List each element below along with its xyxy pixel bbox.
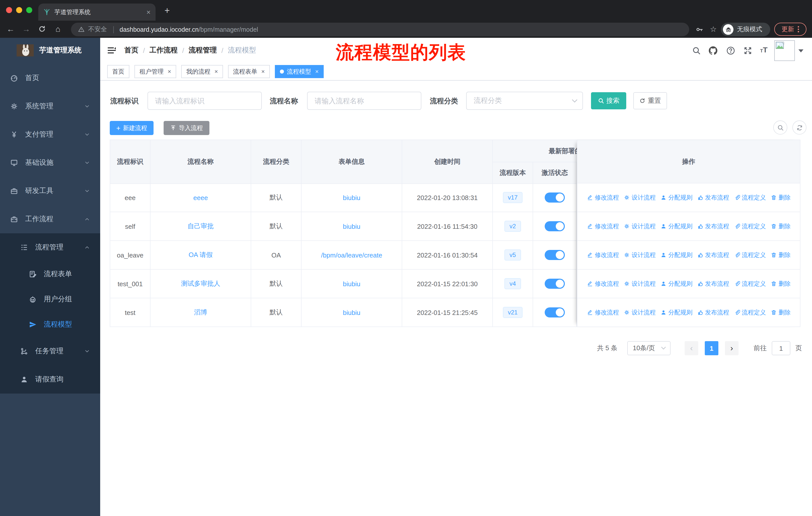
action-设计流程[interactable]: 设计流程 xyxy=(624,279,656,288)
sidebar-item-系统管理[interactable]: 系统管理 xyxy=(0,92,100,120)
browser-tab[interactable]: 芋道管理系统 × xyxy=(38,3,155,21)
avatar-caret-icon[interactable] xyxy=(799,49,804,52)
action-流程定义[interactable]: 流程定义 xyxy=(734,251,766,259)
key-icon[interactable] xyxy=(693,23,706,33)
action-删除[interactable]: 删除 xyxy=(771,308,791,317)
status-toggle[interactable] xyxy=(545,221,565,231)
action-设计流程[interactable]: 设计流程 xyxy=(624,251,656,259)
sidebar-item-用户分组[interactable]: 用户分组 xyxy=(0,287,100,312)
name-link[interactable]: 自己审批 xyxy=(187,222,214,231)
github-icon[interactable] xyxy=(709,46,717,55)
sidebar-item-流程管理[interactable]: 流程管理 xyxy=(0,233,100,262)
name-link[interactable]: OA 请假 xyxy=(188,250,212,260)
fullscreen-icon[interactable] xyxy=(744,46,752,55)
action-分配规则[interactable]: 分配规则 xyxy=(660,308,692,317)
name-link[interactable]: 测试多审批人 xyxy=(181,279,220,288)
search-button[interactable]: 搜索 xyxy=(591,92,626,109)
hamburger-icon[interactable] xyxy=(107,46,116,55)
sidebar-item-流程模型[interactable]: 流程模型 xyxy=(0,312,100,337)
breadcrumb-item[interactable]: 首页 xyxy=(124,46,139,55)
filter-key-input[interactable] xyxy=(147,92,262,110)
filter-name-input[interactable] xyxy=(307,92,422,110)
bookmark-star-icon[interactable]: ☆ xyxy=(707,23,720,36)
current-page-button[interactable]: 1 xyxy=(705,341,718,355)
create-process-button[interactable]: + 新建流程 xyxy=(110,121,153,135)
action-分配规则[interactable]: 分配规则 xyxy=(660,222,692,230)
action-修改流程[interactable]: 修改流程 xyxy=(587,279,619,288)
sidebar-item-基础设施[interactable]: 基础设施 xyxy=(0,148,100,177)
tag-close-icon[interactable]: × xyxy=(214,68,218,75)
user-avatar[interactable] xyxy=(774,40,795,61)
action-修改流程[interactable]: 修改流程 xyxy=(587,193,619,202)
tab-close-icon[interactable]: × xyxy=(146,8,150,16)
import-process-button[interactable]: 导入流程 xyxy=(164,121,209,135)
sidebar-item-首页[interactable]: 首页 xyxy=(0,64,100,92)
action-分配规则[interactable]: 分配规则 xyxy=(660,193,692,202)
prev-page-button[interactable]: ‹ xyxy=(685,341,698,355)
sidebar-item-请假查询[interactable]: 请假查询 xyxy=(0,365,100,393)
new-tab-button[interactable]: + xyxy=(161,4,173,17)
table-search-toggle-button[interactable] xyxy=(773,120,787,135)
tag-流程表单[interactable]: 流程表单× xyxy=(228,65,270,78)
sidebar-item-流程表单[interactable]: 流程表单 xyxy=(0,262,100,287)
goto-page-input[interactable] xyxy=(772,341,790,355)
filter-category-select[interactable]: 流程分类 xyxy=(466,92,583,110)
action-删除[interactable]: 删除 xyxy=(771,222,791,230)
help-icon[interactable] xyxy=(726,46,735,55)
version-badge[interactable]: v17 xyxy=(503,192,523,203)
tag-close-icon[interactable]: × xyxy=(315,68,319,75)
action-修改流程[interactable]: 修改流程 xyxy=(587,222,619,230)
font-size-icon[interactable]: TT xyxy=(760,45,767,54)
tag-close-icon[interactable]: × xyxy=(168,68,171,75)
action-设计流程[interactable]: 设计流程 xyxy=(624,222,656,230)
window-zoom-button[interactable] xyxy=(26,7,32,13)
reload-icon[interactable] xyxy=(35,23,48,33)
status-toggle[interactable] xyxy=(545,250,565,260)
page-size-select[interactable]: 10条/页 xyxy=(627,341,671,355)
version-badge[interactable]: v21 xyxy=(503,307,523,318)
window-minimize-button[interactable] xyxy=(16,7,22,13)
action-分配规则[interactable]: 分配规则 xyxy=(660,279,692,288)
status-toggle[interactable] xyxy=(545,307,565,318)
action-删除[interactable]: 删除 xyxy=(771,279,791,288)
form-link[interactable]: /bpm/oa/leave/create xyxy=(321,251,382,259)
tag-租户管理[interactable]: 租户管理× xyxy=(135,65,176,78)
action-流程定义[interactable]: 流程定义 xyxy=(734,308,766,317)
action-设计流程[interactable]: 设计流程 xyxy=(624,193,656,202)
action-删除[interactable]: 删除 xyxy=(771,251,791,259)
version-badge[interactable]: v5 xyxy=(504,249,521,261)
window-close-button[interactable] xyxy=(6,7,12,13)
name-link[interactable]: eeee xyxy=(193,194,208,201)
forward-icon[interactable]: → xyxy=(20,23,33,36)
action-删除[interactable]: 删除 xyxy=(771,193,791,202)
table-refresh-button[interactable] xyxy=(792,120,807,135)
form-link[interactable]: biubiu xyxy=(343,194,360,201)
action-发布流程[interactable]: 发布流程 xyxy=(697,308,729,317)
tag-流程模型[interactable]: 流程模型× xyxy=(275,65,324,78)
form-link[interactable]: biubiu xyxy=(343,309,360,316)
action-流程定义[interactable]: 流程定义 xyxy=(734,222,766,230)
browser-update-button[interactable]: 更新 xyxy=(774,23,807,36)
sidebar-item-研发工具[interactable]: 研发工具 xyxy=(0,177,100,205)
breadcrumb-item[interactable]: 流程管理 xyxy=(189,46,217,55)
sidebar-item-工作流程[interactable]: 工作流程 xyxy=(0,205,100,233)
reset-button[interactable]: 重置 xyxy=(633,92,667,109)
action-修改流程[interactable]: 修改流程 xyxy=(587,308,619,317)
menu-dots-icon[interactable] xyxy=(797,26,799,33)
form-link[interactable]: biubiu xyxy=(343,280,360,288)
search-icon[interactable] xyxy=(692,46,701,55)
tag-close-icon[interactable]: × xyxy=(261,68,265,75)
action-发布流程[interactable]: 发布流程 xyxy=(697,193,729,202)
action-流程定义[interactable]: 流程定义 xyxy=(734,279,766,288)
version-badge[interactable]: v4 xyxy=(504,278,521,289)
address-bar[interactable]: 不安全 dashboard.yudao.iocoder.cn/bpm/manag… xyxy=(71,23,689,36)
action-发布流程[interactable]: 发布流程 xyxy=(697,251,729,259)
form-link[interactable]: biubiu xyxy=(343,222,360,230)
home-icon[interactable]: ⌂ xyxy=(51,23,64,36)
status-toggle[interactable] xyxy=(545,279,565,289)
action-修改流程[interactable]: 修改流程 xyxy=(587,251,619,259)
status-toggle[interactable] xyxy=(545,192,565,202)
version-badge[interactable]: v2 xyxy=(504,221,521,232)
sidebar-item-任务管理[interactable]: 任务管理 xyxy=(0,337,100,365)
tag-我的流程[interactable]: 我的流程× xyxy=(181,65,223,78)
